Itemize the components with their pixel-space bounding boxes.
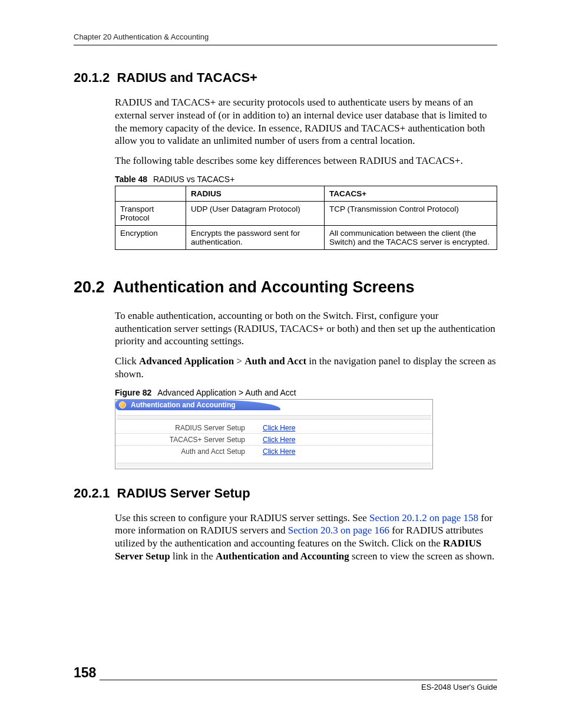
screenshot-row-label: Auth and Acct Setup: [121, 447, 263, 456]
text: link in the: [170, 551, 216, 562]
paragraph: The following table describes some key d…: [115, 154, 497, 167]
screenshot-auth-and-acct: Authentication and Accounting RADIUS Ser…: [115, 399, 433, 469]
section-number: 20.1.2: [74, 70, 110, 85]
section-20-2-heading: 20.2 Authentication and Accounting Scree…: [74, 278, 497, 297]
running-header: Chapter 20 Authentication & Accounting: [74, 32, 497, 45]
screenshot-title: Authentication and Accounting: [131, 401, 236, 409]
table-row: Transport Protocol UDP (User Datagram Pr…: [115, 201, 497, 225]
cross-ref-link[interactable]: Section 20.1.2 on page 158: [369, 512, 478, 523]
ui-path-bold: Advanced Application: [139, 355, 234, 367]
click-here-link[interactable]: Click Here: [263, 424, 295, 432]
caption-text: Advanced Application > Auth and Acct: [157, 388, 296, 397]
table-cell: Encryption: [115, 225, 186, 249]
screenshot-row: RADIUS Server Setup Click Here: [115, 422, 432, 434]
table-header-cell: TACACS+: [325, 186, 497, 201]
screenshot-titlebar: Authentication and Accounting: [115, 400, 432, 410]
table-cell: Transport Protocol: [115, 201, 186, 225]
spacer-bar: [117, 415, 431, 420]
spacer-bar: [117, 463, 431, 467]
figure-caption: Figure 82Advanced Application > Auth and…: [115, 388, 497, 397]
cross-ref-link[interactable]: Section 20.3 on page 166: [288, 525, 389, 536]
table-cell: All communication between the client (th…: [325, 225, 497, 249]
screenshot-row: TACACS+ Server Setup Click Here: [115, 434, 432, 446]
section-title: RADIUS Server Setup: [117, 486, 250, 500]
table-radius-vs-tacacs: RADIUS TACACS+ Transport Protocol UDP (U…: [115, 186, 497, 250]
section-number: 20.2.1: [74, 486, 110, 500]
click-here-link[interactable]: Click Here: [263, 447, 295, 456]
screenshot-row: Auth and Acct Setup Click Here: [115, 446, 432, 457]
section-title: Authentication and Accounting Screens: [113, 278, 415, 296]
screenshot-row-label: TACACS+ Server Setup: [121, 436, 263, 444]
ui-path-bold: Auth and Acct: [244, 355, 306, 367]
table-header-row: RADIUS TACACS+: [115, 186, 497, 201]
guide-title: ES-2048 User's Guide: [421, 683, 497, 691]
table-header-cell: [115, 186, 186, 201]
page-number: 158: [74, 665, 100, 681]
page-footer: 158 ES-2048 User's Guide: [74, 680, 497, 699]
paragraph: Use this screen to configure your RADIUS…: [115, 512, 497, 563]
table-cell: Encrypts the password sent for authentic…: [186, 225, 325, 249]
bold-term: Authentication and Accounting: [216, 551, 349, 562]
text: Click: [115, 355, 139, 367]
table-row: Encryption Encrypts the password sent fo…: [115, 225, 497, 249]
text: screen to view the screen as shown.: [349, 551, 494, 562]
tab-dot-icon: [119, 401, 126, 409]
caption-text: RADIUS vs TACACS+: [153, 174, 234, 184]
table-cell: TCP (Transmission Control Protocol): [325, 201, 497, 225]
paragraph: RADIUS and TACACS+ are security protocol…: [115, 96, 497, 147]
caption-label: Figure 82: [115, 388, 151, 397]
text: Use this screen to configure your RADIUS…: [115, 512, 369, 523]
table-caption: Table 48RADIUS vs TACACS+: [115, 174, 497, 184]
screenshot-row-label: RADIUS Server Setup: [121, 424, 263, 432]
section-20-2-1-heading: 20.2.1 RADIUS Server Setup: [74, 486, 497, 501]
paragraph: To enable authentication, accounting or …: [115, 309, 497, 348]
paragraph: Click Advanced Application > Auth and Ac…: [115, 355, 497, 381]
caption-label: Table 48: [115, 174, 147, 184]
text: >: [234, 355, 244, 367]
section-title: RADIUS and TACACS+: [117, 70, 257, 85]
section-number: 20.2: [74, 278, 105, 296]
section-20-1-2-heading: 20.1.2 RADIUS and TACACS+: [74, 70, 497, 85]
click-here-link[interactable]: Click Here: [263, 436, 295, 444]
screenshot-tab: Authentication and Accounting: [115, 400, 280, 410]
table-header-cell: RADIUS: [186, 186, 325, 201]
table-cell: UDP (User Datagram Protocol): [186, 201, 325, 225]
